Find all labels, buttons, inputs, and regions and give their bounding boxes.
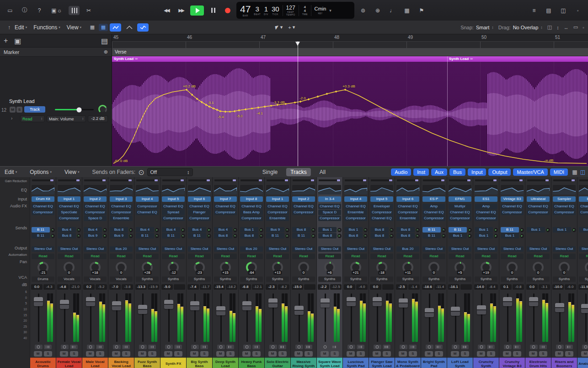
send-level-knob[interactable] <box>468 228 472 232</box>
record-enable-button[interactable] <box>426 345 433 349</box>
audio-fx-slot[interactable]: Compressor <box>136 204 159 209</box>
fader-cap[interactable] <box>294 306 304 315</box>
eq-thumbnail-button[interactable] <box>527 185 550 195</box>
eq-thumbnail-button[interactable] <box>396 185 419 195</box>
audio-fx-slot[interactable]: Enveloper <box>370 204 393 209</box>
solo-button[interactable]: S <box>435 351 443 357</box>
input-monitor-button[interactable] <box>331 345 338 349</box>
input-monitor-button[interactable] <box>70 345 78 349</box>
vca-slot[interactable]: Synths <box>188 276 211 282</box>
channel-strip[interactable]: Input 2Channel EQCompressorBus 8B 11Ster… <box>291 177 317 368</box>
record-enable-button[interactable] <box>165 345 173 349</box>
audio-fx-slot[interactable]: Compressor <box>188 216 211 221</box>
send-level-knob[interactable] <box>51 234 55 238</box>
mute-button[interactable]: M <box>425 351 433 357</box>
input-monitor-button[interactable] <box>278 345 286 349</box>
eq-thumbnail-button[interactable] <box>266 185 289 195</box>
channel-strip[interactable]: Input 1Channel EQCompressorEnsembleBus 9… <box>265 177 291 368</box>
mute-button[interactable]: M <box>10 107 16 113</box>
cycle-lane[interactable] <box>112 41 588 48</box>
channel-strip[interactable]: Input 4CompressorChannel EQBus 4B 11Ster… <box>134 177 160 368</box>
mute-button[interactable]: M <box>555 351 563 357</box>
mixer-view-tracks[interactable]: Tracks <box>286 168 311 176</box>
solo-button[interactable]: S <box>331 351 339 357</box>
audio-region-body[interactable] <box>112 62 447 166</box>
track-name-plate[interactable]: Bright Synth Pad <box>421 357 447 368</box>
mute-button[interactable]: M <box>321 351 329 357</box>
send-level-knob[interactable] <box>363 228 368 232</box>
snap-menu[interactable]: Snap:Smart↕ <box>460 25 494 30</box>
mute-button[interactable]: M <box>268 351 277 357</box>
input-monitor-button[interactable] <box>435 345 443 349</box>
mute-button[interactable]: M <box>112 351 120 357</box>
send-slot[interactable]: Bus 8 <box>240 233 258 238</box>
audio-fx-slot[interactable]: Amp <box>422 204 445 209</box>
send-slot[interactable]: Bus 8 <box>292 227 310 233</box>
rewind-button[interactable]: ◀◀ <box>161 6 172 15</box>
zoom-slider-icon[interactable]: ▭ <box>573 24 578 30</box>
track-name-plate[interactable]: Analog Synth <box>577 357 588 368</box>
eq-thumbnail-button[interactable] <box>501 185 524 195</box>
send-level-knob[interactable] <box>129 228 133 232</box>
vca-slot[interactable]: Vocals <box>84 276 107 282</box>
record-enable-button[interactable] <box>400 345 407 349</box>
eq-thumbnail-button[interactable] <box>344 185 367 195</box>
mixer-menu-view[interactable]: View▾ <box>64 169 79 175</box>
vca-slot[interactable]: Synths <box>527 276 550 282</box>
send-level-knob[interactable] <box>520 234 524 238</box>
audio-fx-slot[interactable]: Compressor <box>475 216 497 221</box>
eq-thumbnail-button[interactable] <box>318 185 341 195</box>
audio-fx-slot[interactable]: Compressor <box>32 210 54 215</box>
solo-button[interactable]: S <box>513 351 521 357</box>
track-name-plate[interactable]: Luscious Synth Pad <box>343 357 369 368</box>
mute-button[interactable]: M <box>216 351 225 357</box>
automation-mode-slot[interactable]: Read <box>396 254 419 259</box>
send-slot[interactable]: Bus 1 <box>475 227 493 233</box>
automation-select-tool[interactable] <box>137 23 149 32</box>
lcd-chevron-icon[interactable]: ▾ <box>329 8 331 13</box>
audio-fx-slot[interactable]: Ensemble <box>266 216 289 221</box>
track-name-plate[interactable]: Electronic Drum Hits <box>525 357 551 368</box>
filter-midi[interactable]: MIDI <box>550 168 568 176</box>
automation-mode-slot[interactable]: Read <box>110 254 133 259</box>
automation-value-field[interactable]: -2.2 dB <box>88 115 108 122</box>
region-header[interactable]: Synth Lead∞ <box>447 56 588 62</box>
solo-button[interactable]: S <box>44 351 52 357</box>
send-slot[interactable]: Bus 1 <box>318 227 337 233</box>
send-level-knob[interactable] <box>363 234 368 238</box>
input-monitor-button[interactable] <box>383 345 390 349</box>
send-slot[interactable]: Bus 1 <box>240 227 258 233</box>
fader-cap[interactable] <box>86 297 95 306</box>
output-slot[interactable]: Stereo Out <box>449 246 471 252</box>
flag-icon[interactable]: ⚑ <box>416 6 427 15</box>
channel-strip[interactable]: Input 3Channel EQCompressorEnsembleBus 8… <box>108 177 134 368</box>
mute-button[interactable]: M <box>529 351 537 357</box>
automation-mode-slot[interactable]: Read <box>292 254 315 259</box>
track-volume-slider[interactable] <box>55 109 94 110</box>
channel-strip[interactable]: Input 8Channel EQBass AmpCompressorBus 1… <box>239 177 265 368</box>
send-level-knob[interactable] <box>77 234 81 238</box>
audio-region-body[interactable] <box>447 62 588 166</box>
audio-fx-slot[interactable]: Compressor <box>501 210 524 215</box>
send-level-knob[interactable] <box>259 234 263 238</box>
mute-button[interactable]: M <box>86 351 94 357</box>
track-pan-knob[interactable] <box>98 105 107 114</box>
automation-mode-slot[interactable]: Read <box>240 254 263 259</box>
automation-parameter-menu[interactable]: Main: Volume↕ <box>47 115 86 122</box>
send-slot[interactable]: Bus 4 <box>214 227 232 233</box>
record-enable-button[interactable] <box>504 345 512 349</box>
solo-button[interactable]: S <box>226 351 235 357</box>
record-enable-button[interactable] <box>61 345 69 349</box>
send-level-knob[interactable] <box>285 234 289 238</box>
eq-thumbnail-button[interactable] <box>449 185 471 195</box>
fader-cap[interactable] <box>164 300 173 309</box>
solo-button[interactable]: S <box>148 351 156 357</box>
vca-slot[interactable]: Synths <box>422 276 445 282</box>
filter-audio[interactable]: Audio <box>391 168 411 176</box>
input-slot[interactable]: ES P <box>422 196 445 202</box>
input-monitor-button[interactable] <box>305 345 312 349</box>
fader-cap[interactable] <box>34 297 43 306</box>
output-slot[interactable]: Stereo Out <box>501 246 524 252</box>
audio-fx-slot[interactable]: Channel EQ <box>32 204 54 209</box>
channel-strip[interactable]: Drum KitChannel EQCompressorB 11B 11Ster… <box>30 177 56 368</box>
